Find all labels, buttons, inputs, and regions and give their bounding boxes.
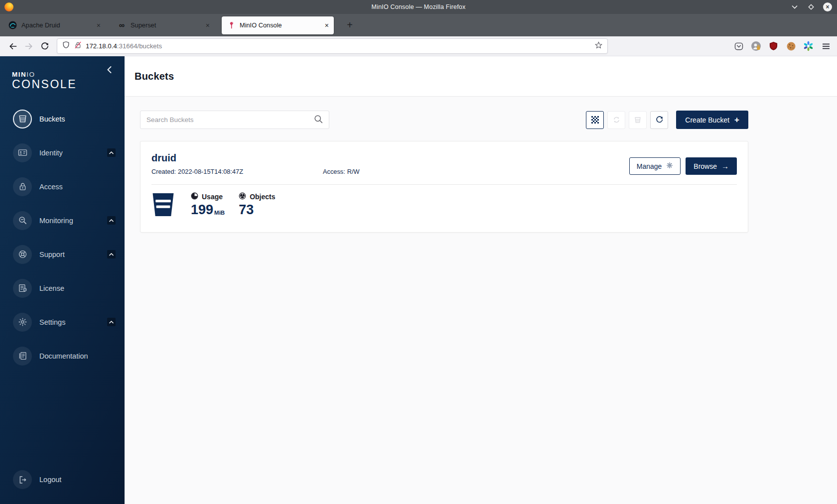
sidebar-item-identity[interactable]: Identity	[0, 141, 125, 164]
search-buckets-input[interactable]	[146, 116, 314, 124]
objects-value: 73	[239, 203, 254, 217]
window-title: MinIO Console — Mozilla Firefox	[372, 3, 466, 10]
bucket-stats: Usage 199 MiB Objects	[151, 192, 737, 219]
minio-favicon-icon	[227, 21, 235, 29]
bucket-large-icon	[151, 192, 175, 219]
sidebar-item-license[interactable]: License	[0, 277, 125, 300]
bucket-card-druid[interactable]: druid Created:2022-08-15T14:08:47Z Acces…	[140, 141, 748, 233]
buckets-icon	[13, 110, 32, 128]
tab-minio-console[interactable]: MinIO Console ×	[222, 16, 334, 34]
bucket-card-actions: Manage Browse →	[629, 157, 737, 175]
documentation-icon	[13, 347, 32, 366]
url-text[interactable]: 172.18.0.4:31664/buckets	[86, 42, 594, 50]
create-bucket-label: Create Bucket	[685, 116, 729, 124]
container-pinwheel-icon[interactable]	[803, 41, 814, 51]
new-tab-button[interactable]: +	[343, 19, 357, 31]
manage-gear-icon	[666, 162, 673, 170]
tab-close-icon[interactable]: ×	[206, 21, 210, 29]
sidebar-item-label: Monitoring	[39, 217, 73, 225]
bucket-name: druid	[151, 152, 629, 164]
window-close-icon[interactable]: ×	[823, 2, 832, 11]
tab-superset[interactable]: ∞ Superset ×	[113, 16, 215, 34]
chevron-up-icon[interactable]	[107, 250, 116, 258]
buckets-toolbar: Create Bucket +	[140, 111, 748, 129]
druid-favicon-icon	[8, 21, 17, 29]
page-title: Buckets	[135, 71, 174, 82]
chevron-up-icon[interactable]	[107, 216, 116, 225]
sidebar-item-label: Support	[39, 251, 65, 258]
usage-label-row: Usage	[191, 192, 225, 201]
bucket-actions: Create Bucket +	[586, 111, 748, 129]
delete-buckets-button	[629, 111, 647, 129]
objects-label: Objects	[250, 193, 275, 201]
toolbar-extensions	[733, 41, 832, 51]
window-minimize-icon[interactable]	[790, 2, 799, 11]
sidebar-item-label: Identity	[39, 149, 63, 157]
search-icon	[314, 115, 323, 126]
buckets-content: Create Bucket + druid Created:2022-08-15…	[125, 97, 837, 233]
url-bar[interactable]: 172.18.0.4:31664/buckets	[57, 38, 608, 54]
reload-button[interactable]	[37, 38, 53, 54]
window-titlebar: MinIO Console — Mozilla Firefox ×	[0, 0, 837, 14]
objects-stat: Objects 73	[239, 192, 275, 217]
support-icon	[13, 245, 32, 264]
refresh-button[interactable]	[650, 111, 668, 129]
back-button[interactable]	[5, 38, 21, 54]
bucket-card-header: druid Created:2022-08-15T14:08:47Z Acces…	[151, 152, 737, 175]
sidebar-item-logout[interactable]: Logout	[0, 468, 125, 491]
page-header: Buckets	[125, 56, 837, 97]
sidebar-collapse-icon[interactable]	[105, 64, 114, 75]
chevron-up-icon[interactable]	[107, 148, 116, 157]
logout-icon	[13, 470, 32, 489]
arrow-right-icon: →	[721, 162, 729, 170]
tab-label: MinIO Console	[240, 21, 321, 29]
window-maximize-icon[interactable]	[807, 2, 816, 11]
tracking-shield-icon[interactable]	[62, 41, 70, 51]
sidebar-item-monitoring[interactable]: Monitoring	[0, 209, 125, 232]
tab-close-icon[interactable]: ×	[97, 21, 101, 29]
menu-hamburger-icon[interactable]	[821, 41, 831, 51]
license-icon	[13, 279, 32, 298]
bucket-access: Access:R/W	[323, 168, 360, 175]
tab-label: Superset	[131, 21, 202, 29]
sidebar-item-buckets[interactable]: Buckets	[0, 108, 125, 130]
sidebar: MINIO CONSOLE Buckets Identity	[0, 56, 125, 504]
main-panel: Buckets	[125, 56, 837, 504]
minio-console-logo: MINIO CONSOLE	[0, 56, 125, 91]
chevron-up-icon[interactable]	[107, 318, 116, 326]
browser-toolbar: 172.18.0.4:31664/buckets	[0, 36, 837, 56]
minio-console-app: MINIO CONSOLE Buckets Identity	[0, 56, 837, 504]
browse-bucket-button[interactable]: Browse →	[686, 157, 737, 175]
grid-view-button[interactable]	[586, 111, 604, 129]
usage-pie-icon	[191, 192, 198, 201]
usage-value: 199	[191, 203, 213, 217]
usage-stat: Usage 199 MiB	[191, 192, 225, 217]
objects-label-row: Objects	[239, 192, 275, 201]
superset-favicon-icon: ∞	[118, 21, 126, 29]
manage-bucket-button[interactable]: Manage	[629, 157, 681, 175]
ublock-icon[interactable]	[768, 41, 779, 51]
sidebar-item-access[interactable]: Access	[0, 175, 125, 198]
sync-arrows-icon	[612, 116, 621, 124]
sidebar-item-support[interactable]: Support	[0, 243, 125, 266]
bucket-title-block: druid Created:2022-08-15T14:08:47Z Acces…	[151, 152, 629, 175]
privacy-extension-icon[interactable]	[751, 41, 761, 51]
pocket-icon[interactable]	[733, 41, 744, 51]
window-controls: ×	[790, 0, 832, 14]
insecure-lock-icon[interactable]	[74, 41, 82, 51]
firefox-logo-icon	[4, 2, 13, 11]
bookmark-star-icon[interactable]	[594, 41, 603, 51]
usage-unit: MiB	[214, 210, 225, 217]
sidebar-item-documentation[interactable]: Documentation	[0, 345, 125, 368]
tab-apache-druid[interactable]: Apache Druid ×	[3, 16, 106, 34]
cookie-extension-icon[interactable]	[786, 41, 796, 51]
set-replication-button	[607, 111, 625, 129]
sidebar-item-label: Buckets	[39, 115, 65, 123]
search-buckets-box[interactable]	[140, 111, 329, 129]
sidebar-item-settings[interactable]: Settings	[0, 311, 125, 334]
forward-button[interactable]	[21, 38, 37, 54]
brand-console: CONSOLE	[12, 78, 125, 91]
tab-close-icon[interactable]: ×	[325, 21, 329, 29]
manage-label: Manage	[637, 162, 662, 170]
create-bucket-button[interactable]: Create Bucket +	[676, 111, 748, 129]
